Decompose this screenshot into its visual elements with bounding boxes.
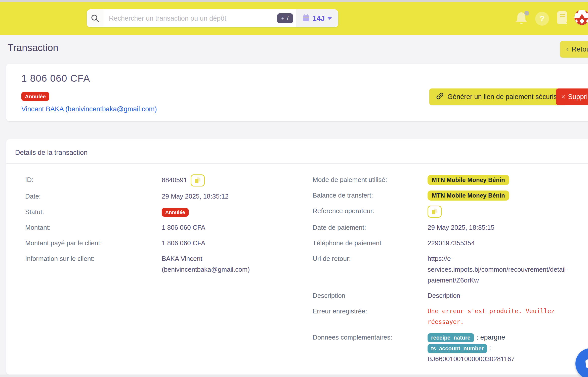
payment-phone-value: 2290197355354 [428, 238, 475, 249]
amount-value: 1 806 060 CFA [162, 222, 205, 233]
chevron-down-icon [327, 17, 332, 20]
detail-row-date: Date: 29 May 2025, 18:35:12 [25, 191, 297, 202]
calendar-icon [302, 14, 310, 23]
divider [6, 163, 588, 164]
search-field-container: + / [103, 9, 296, 27]
detail-row-payment-date: Date de paiement: 29 May 2025, 18:35:15 [313, 222, 588, 233]
page-bottom-background [0, 374, 588, 377]
chat-bubble-icon [583, 356, 588, 372]
close-icon: × [561, 93, 566, 101]
top-navigation-bar: + / 14J ? [0, 2, 588, 35]
question-mark-icon: ? [540, 14, 545, 23]
detail-row-payment-mode: Mode de paiement utilisé: MTN Mobile Mon… [313, 174, 588, 185]
window-top-edge [0, 0, 588, 2]
transaction-date-value: 29 May 2025, 18:35:12 [162, 191, 229, 202]
copy-id-button[interactable] [191, 174, 205, 186]
generate-payment-link-label: Générer un lien de paiement sécurisé [447, 93, 561, 101]
detail-row-amount-paid: Montant payé par le client: 1 806 060 CF… [25, 238, 297, 249]
detail-row-operator-reference: Reference operateur: [313, 206, 588, 218]
link-icon [436, 92, 444, 102]
search-bar: + / 14J [87, 9, 338, 27]
extra-data-pair: ts_account_number: [428, 343, 515, 354]
keyboard-shortcut-hint: + / [277, 13, 293, 23]
detail-row-description: Description Description [313, 290, 588, 301]
extra-data-key-badge: receipe_nature [428, 333, 474, 342]
detail-row-status: Statut: Annulée [25, 207, 297, 218]
period-filter-value: 14J [313, 14, 325, 23]
detail-row-extra-data: Donnees complementaires: receipe_nature:… [313, 332, 588, 364]
period-filter-dropdown[interactable]: 14J [296, 9, 338, 27]
transaction-details-card: Details de la transaction ID: 8840591 Da… [6, 139, 588, 374]
notifications-button[interactable] [515, 11, 529, 26]
amount-paid-value: 1 806 060 CFA [162, 238, 205, 249]
delete-button[interactable]: × Supprimer [556, 88, 588, 105]
details-section-title: Details de la transaction [15, 149, 88, 157]
client-info-value: BAKA Vincent (benivincentbaka@gmail.com) [162, 253, 270, 275]
detail-row-return-url: Url de retour: https://e-services.impots… [313, 253, 588, 286]
extra-data-key-badge: ts_account_number [428, 344, 487, 353]
detail-row-error: Erreur enregistrée: Une erreur s'est pro… [313, 306, 588, 327]
detail-row-transfer-balance: Balance de transfert: MTN Mobile Money B… [313, 190, 588, 201]
detail-row-id: ID: 8840591 [25, 174, 297, 186]
details-left-column: ID: 8840591 Date: 29 May 2025, 18:35:12 … [25, 174, 297, 279]
search-icon [87, 9, 103, 27]
delete-button-label: Supprimer [568, 93, 588, 101]
page-title: Transaction [8, 42, 58, 53]
transfer-balance-badge: MTN Mobile Money Bénin [428, 191, 509, 201]
extra-data-pair: receipe_nature: epargne [428, 332, 515, 343]
transaction-amount: 1 806 060 CFA [21, 73, 90, 84]
extra-data-account-number: BJ6600100100000030281167 [428, 354, 515, 364]
copy-operator-reference-button[interactable] [428, 206, 442, 218]
details-right-column: Mode de paiement utilisé: MTN Mobile Mon… [313, 174, 588, 369]
payment-date-value: 29 May 2025, 18:35:15 [428, 222, 494, 233]
documentation-button[interactable] [555, 11, 568, 25]
detail-row-client-info: Information sur le client: BAKA Vincent … [25, 253, 297, 275]
status-badge: Annulée [162, 208, 189, 217]
notification-dot [524, 11, 529, 16]
back-button[interactable]: ‹ Retour [560, 41, 588, 58]
help-button[interactable]: ? [535, 12, 549, 26]
transaction-summary-card: 1 806 060 CFA Annulée Vincent BAKA (beni… [6, 64, 588, 121]
return-url-value: https://e-services.impots.bj/common/reco… [428, 253, 588, 286]
detail-row-payment-phone: Téléphone de paiement 2290197355354 [313, 238, 588, 249]
back-button-label: Retour [571, 45, 588, 53]
customer-link[interactable]: Vincent BAKA (benivincentbaka@gmail.com) [21, 105, 157, 113]
transaction-id-value: 8840591 [162, 176, 187, 184]
detail-row-amount: Montant: 1 806 060 CFA [25, 222, 297, 233]
chevron-left-icon: ‹ [566, 44, 569, 53]
generate-payment-link-button[interactable]: Générer un lien de paiement sécurisé [429, 88, 567, 105]
user-avatar[interactable] [574, 10, 588, 25]
error-message-value: Une erreur s'est produite. Veuillez rées… [428, 306, 573, 327]
description-value: Description [428, 290, 460, 301]
payment-mode-badge: MTN Mobile Money Bénin [428, 175, 509, 185]
status-badge: Annulée [21, 92, 49, 101]
search-input[interactable] [103, 9, 277, 27]
